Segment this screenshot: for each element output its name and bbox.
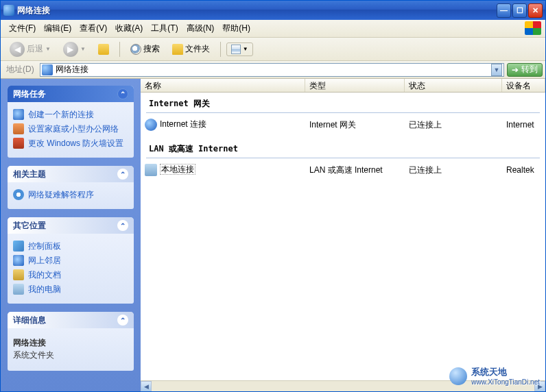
views-button[interactable]: ▼ [226,42,253,56]
scroll-left-icon[interactable]: ◀ [141,381,152,391]
shield-icon [13,138,24,149]
panel-body: 网络疑难解答程序 [8,182,134,209]
menu-favorites[interactable]: 收藏(A) [111,23,147,34]
chevron-up-icon: ⌃ [117,169,128,180]
docs-icon [13,269,24,280]
sidebar-item[interactable]: 更改 Windows 防火墙设置 [13,136,128,151]
titlebar[interactable]: 网络连接 — ☐ ✕ [1,1,545,20]
window-controls: — ☐ ✕ [497,3,543,18]
window: 网络连接 — ☐ ✕ 文件(F) 编辑(E) 查看(V) 收藏(A) 工具(T)… [0,0,546,392]
back-dropdown-icon: ▼ [45,46,51,52]
search-icon [130,44,141,55]
panel-header[interactable]: 其它位置 ⌃ [8,217,134,234]
h-scrollbar[interactable]: ◀ ▶ [141,380,545,391]
sidebar-item[interactable]: 设置家庭或小型办公网络 [13,122,128,136]
menu-advanced[interactable]: 高级(N) [182,23,219,34]
cell-status: 已连接上 [405,119,502,131]
connection-row[interactable]: Internet 连接Internet 网关已连接上Internet [141,117,545,132]
net-icon [13,109,24,120]
sidebar-item[interactable]: 我的文档 [13,268,128,282]
search-label: 搜索 [143,43,160,55]
globe-icon [145,119,157,131]
scroll-right-icon[interactable]: ▶ [534,381,545,391]
menu-file[interactable]: 文件(F) [5,23,40,34]
up-button[interactable] [93,42,114,57]
sidebar-item-label: 网上邻居 [28,255,61,267]
col-device[interactable]: 设备名 [502,79,545,92]
group-heading: LAN 或高速 Internet [141,140,545,158]
close-button[interactable]: ✕ [528,3,543,18]
forward-icon: ▶ [63,42,78,57]
forward-button[interactable]: ▶ ▼ [58,40,91,59]
folders-label: 文件夹 [185,43,210,55]
group-heading: Internet 网关 [141,95,545,112]
list-area[interactable]: Internet 网关Internet 连接Internet 网关已连接上Int… [141,93,545,380]
cell-name: 本地连接 [141,164,305,176]
cell-type: Internet 网关 [305,119,405,131]
panel-header[interactable]: 相关主题 ⌃ [8,166,134,182]
back-button[interactable]: ◀ 后退 ▼ [5,40,56,59]
cell-device: Internet [502,120,545,130]
panel-title: 相关主题 [13,169,46,180]
sidebar-item-label: 我的电脑 [28,284,61,295]
search-button[interactable]: 搜索 [126,41,165,57]
sidebar-item[interactable]: 创建一个新的连接 [13,108,128,122]
sidebar-item-label: 更改 Windows 防火墙设置 [28,138,123,149]
panel-details: 详细信息 ⌃ 网络连接 系统文件夹 [8,312,134,371]
views-dropdown-icon: ▼ [243,46,248,52]
back-label: 后退 [27,43,43,55]
address-dropdown-icon[interactable]: ▼ [491,64,502,76]
folders-button[interactable]: 文件夹 [167,41,215,57]
sidebar-item-label: 我的文档 [28,269,61,281]
cell-name: Internet 连接 [141,119,305,131]
address-label: 地址(D) [3,64,37,75]
menu-help[interactable]: 帮助(H) [218,23,254,34]
details-type: 系统文件夹 [13,349,128,361]
list-view: 名称 类型 状态 设备名 Internet 网关Internet 连接Inter… [141,79,545,391]
details-text: 网络连接 系统文件夹 [13,334,128,364]
go-arrow-icon: ➔ [512,65,519,75]
sidebar: 网络任务 ⌃ 创建一个新的连接设置家庭或小型办公网络更改 Windows 防火墙… [1,79,141,391]
col-name[interactable]: 名称 [141,79,305,92]
maximize-button[interactable]: ☐ [512,3,527,18]
address-combo[interactable]: 网络连接 ▼ [40,63,504,77]
panel-body: 网络连接 系统文件夹 [8,328,134,371]
panel-related: 相关主题 ⌃ 网络疑难解答程序 [8,166,134,209]
col-type[interactable]: 类型 [305,79,405,92]
col-status[interactable]: 状态 [405,79,502,92]
separator [119,42,120,57]
panel-header[interactable]: 网络任务 ⌃ [8,86,134,102]
scroll-track[interactable] [152,381,534,391]
go-button[interactable]: ➔ 转到 [507,63,543,77]
chevron-up-icon: ⌃ [117,315,128,326]
menu-view[interactable]: 查看(V) [75,23,111,34]
cell-type: LAN 或高速 Internet [305,164,405,176]
group-divider [146,112,540,113]
menu-tools[interactable]: 工具(T) [147,23,182,34]
connection-row[interactable]: 本地连接LAN 或高速 Internet已连接上Realtek [141,162,545,177]
address-bar: 地址(D) 网络连接 ▼ ➔ 转到 [1,61,545,79]
separator [220,42,221,57]
sidebar-item[interactable]: 网络疑难解答程序 [13,188,128,202]
menu-edit[interactable]: 编辑(E) [40,23,75,34]
sidebar-item[interactable]: 控制面板 [13,239,128,254]
go-label: 转到 [521,64,538,75]
pc-icon [13,284,24,295]
sidebar-item[interactable]: 我的电脑 [13,282,128,297]
connection-name: 本地连接 [160,164,195,175]
sidebar-item[interactable]: 网上邻居 [13,254,128,268]
group-divider [146,158,540,158]
column-headers: 名称 类型 状态 设备名 [141,79,545,93]
app-icon [3,5,14,16]
nethood-icon [13,255,24,266]
windows-flag-icon [525,21,541,35]
cpl-icon [13,241,24,252]
folder-icon [172,44,183,55]
panel-other-places: 其它位置 ⌃ 控制面板网上邻居我的文档我的电脑 [8,217,134,304]
minimize-button[interactable]: — [497,3,511,18]
panel-header[interactable]: 详细信息 ⌃ [8,312,134,328]
toolbar: ◀ 后退 ▼ ▶ ▼ 搜索 文件夹 ▼ [1,38,545,61]
sidebar-item-label: 网络疑难解答程序 [28,189,94,201]
panel-body: 创建一个新的连接设置家庭或小型办公网络更改 Windows 防火墙设置 [8,102,134,158]
info-icon [13,189,24,200]
